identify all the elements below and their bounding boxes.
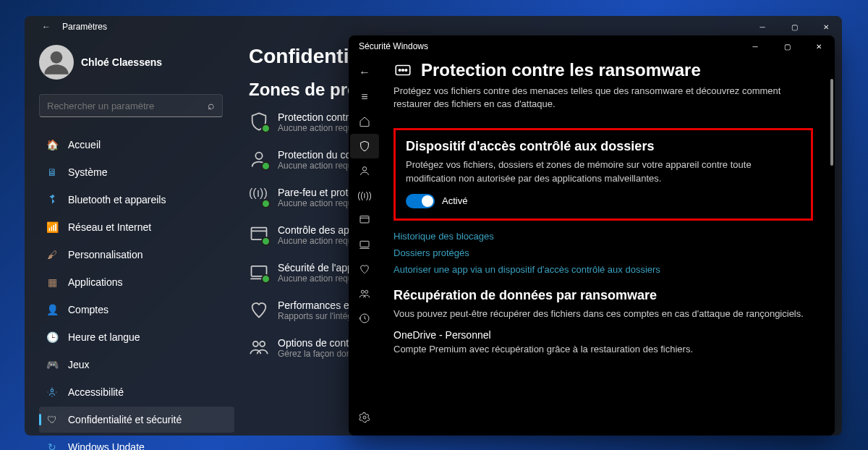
user-name: Chloé Claessens bbox=[81, 56, 162, 68]
security-title: Sécurité Windows bbox=[359, 41, 428, 51]
nav-item-accessibilit-[interactable]: Accessibilité bbox=[39, 379, 234, 405]
nav-label: Bluetooth et appareils bbox=[68, 194, 166, 205]
link-allow-app[interactable]: Autoriser une app via un dispositif d'ac… bbox=[393, 264, 813, 275]
close-button[interactable]: ✕ bbox=[803, 35, 835, 57]
svg-rect-10 bbox=[360, 216, 369, 223]
security-page-title: Protection contre les ransomware bbox=[421, 60, 701, 80]
sidebar-menu-icon[interactable]: ≡ bbox=[350, 85, 379, 109]
sidebar-history-icon[interactable] bbox=[350, 306, 379, 331]
nav-label: Réseau et Internet bbox=[68, 221, 151, 233]
svg-point-1 bbox=[51, 389, 54, 392]
nav-item-syst-me[interactable]: 🖥Système bbox=[39, 159, 234, 185]
security-window: Sécurité Windows ─ ▢ ✕ ← ≡ ((ı)) bbox=[349, 35, 835, 436]
nav-icon bbox=[46, 194, 58, 205]
svg-point-9 bbox=[362, 167, 366, 171]
nav-item-jeux[interactable]: 🎮Jeux bbox=[39, 352, 234, 378]
security-window-controls: ─ ▢ ✕ bbox=[739, 35, 835, 57]
recovery-desc: Vous pouvez peut-être récupérer des fich… bbox=[393, 307, 813, 320]
sidebar-settings-icon[interactable] bbox=[350, 405, 379, 430]
status-ok-badge bbox=[261, 274, 271, 284]
nav-icon: 👤 bbox=[46, 304, 58, 315]
settings-title: Paramètres bbox=[62, 22, 107, 32]
security-titlebar: Sécurité Windows ─ ▢ ✕ bbox=[349, 35, 835, 57]
sidebar-virus-icon[interactable] bbox=[350, 134, 379, 158]
zone-icon bbox=[249, 300, 269, 320]
svg-point-14 bbox=[361, 290, 364, 293]
nav-label: Comptes bbox=[68, 304, 109, 315]
nav-label: Accessibilité bbox=[68, 386, 124, 398]
sidebar-health-icon[interactable] bbox=[350, 257, 379, 281]
cfa-toggle-label: Activé bbox=[442, 195, 467, 206]
nav-item-bluetooth-et-appareils[interactable]: Bluetooth et appareils bbox=[39, 187, 234, 213]
nav-label: Confidentialité et sécurité bbox=[68, 414, 182, 425]
nav-item-heure-et-langue[interactable]: 🕒Heure et langue bbox=[39, 324, 234, 350]
search-input[interactable] bbox=[47, 101, 208, 111]
nav-icon: ▦ bbox=[46, 276, 58, 288]
link-block-history[interactable]: Historique des blocages bbox=[393, 231, 813, 242]
account-desc: Compte Premium avec récupération grâce à… bbox=[393, 344, 813, 355]
avatar bbox=[39, 45, 74, 80]
minimize-button[interactable]: ─ bbox=[739, 35, 771, 57]
cfa-desc: Protégez vos fichiers, dossiers et zones… bbox=[406, 158, 801, 184]
zone-icon bbox=[249, 337, 269, 357]
sidebar-firewall-icon[interactable]: ((ı)) bbox=[350, 183, 379, 208]
minimize-button[interactable]: ─ bbox=[746, 16, 778, 38]
nav-item-windows-update[interactable]: ↻Windows Update bbox=[39, 434, 234, 450]
settings-search[interactable]: ⌕ bbox=[39, 94, 223, 117]
zone-icon bbox=[249, 111, 269, 132]
close-button[interactable]: ✕ bbox=[810, 16, 842, 38]
recovery-title: Récupération de données par ransomware bbox=[393, 288, 813, 303]
sidebar-app-control-icon[interactable] bbox=[350, 208, 379, 232]
maximize-button[interactable]: ▢ bbox=[771, 35, 803, 57]
back-button[interactable]: ← bbox=[39, 22, 54, 32]
svg-point-18 bbox=[399, 69, 401, 72]
security-content: Protection contre les ransomware Protége… bbox=[380, 57, 835, 436]
security-sidebar: ← ≡ ((ı)) bbox=[349, 57, 380, 436]
security-page-desc: Protégez vos fichiers contre des menaces… bbox=[393, 85, 813, 111]
settings-window-controls: ─ ▢ ✕ bbox=[746, 16, 842, 38]
nav-item-r-seau-et-internet[interactable]: 📶Réseau et Internet bbox=[39, 214, 234, 240]
svg-point-8 bbox=[260, 341, 265, 347]
nav-icon: 🎮 bbox=[46, 359, 58, 370]
zone-icon: ((ı)) bbox=[249, 187, 269, 207]
sidebar-back-icon[interactable]: ← bbox=[350, 60, 379, 85]
maximize-button[interactable]: ▢ bbox=[778, 16, 810, 38]
nav-item-comptes[interactable]: 👤Comptes bbox=[39, 297, 234, 323]
nav-icon: 🛡 bbox=[46, 414, 58, 425]
svg-point-16 bbox=[363, 416, 366, 419]
settings-titlebar: ← Paramètres ─ ▢ ✕ bbox=[25, 16, 842, 38]
svg-point-7 bbox=[253, 341, 258, 347]
nav-item-accueil[interactable]: 🏠Accueil bbox=[39, 132, 234, 158]
nav-icon: 📶 bbox=[46, 221, 58, 233]
user-block[interactable]: Chloé Claessens bbox=[39, 45, 234, 80]
sidebar-account-icon[interactable] bbox=[350, 158, 379, 183]
nav-label: Applications bbox=[68, 276, 123, 288]
scrollbar[interactable] bbox=[830, 79, 833, 224]
nav-label: Accueil bbox=[68, 139, 101, 150]
nav-label: Windows Update bbox=[68, 441, 145, 450]
nav-icon: 🏠 bbox=[46, 139, 58, 150]
zone-icon bbox=[249, 262, 269, 282]
settings-nav: 🏠Accueil🖥SystèmeBluetooth et appareils📶R… bbox=[39, 132, 234, 450]
cfa-title: Dispositif d'accès contrôlé aux dossiers bbox=[406, 139, 801, 154]
nav-label: Heure et langue bbox=[68, 331, 140, 343]
sidebar-home-icon[interactable] bbox=[350, 109, 379, 134]
ransomware-icon bbox=[393, 61, 412, 80]
sidebar-device-icon[interactable] bbox=[350, 232, 379, 257]
nav-icon bbox=[46, 386, 58, 398]
status-ok-badge bbox=[261, 161, 271, 171]
sidebar-family-icon[interactable] bbox=[350, 281, 379, 306]
zone-icon bbox=[249, 224, 269, 245]
nav-item-confidentialit-et-s-curit-[interactable]: 🛡Confidentialité et sécurité bbox=[39, 407, 234, 433]
status-ok-badge bbox=[261, 124, 271, 133]
settings-sidebar: Chloé Claessens ⌕ 🏠Accueil🖥SystèmeBlueto… bbox=[39, 45, 234, 436]
link-protected-folders[interactable]: Dossiers protégés bbox=[393, 247, 813, 258]
cfa-toggle[interactable] bbox=[406, 194, 435, 208]
highlight-box: Dispositif d'accès contrôlé aux dossiers… bbox=[393, 128, 813, 220]
nav-icon: ↻ bbox=[46, 441, 58, 450]
nav-item-applications[interactable]: ▦Applications bbox=[39, 269, 234, 295]
svg-rect-12 bbox=[360, 241, 369, 247]
search-icon: ⌕ bbox=[208, 99, 215, 112]
nav-label: Système bbox=[68, 166, 107, 178]
nav-item-personnalisation[interactable]: 🖌Personnalisation bbox=[39, 242, 234, 268]
